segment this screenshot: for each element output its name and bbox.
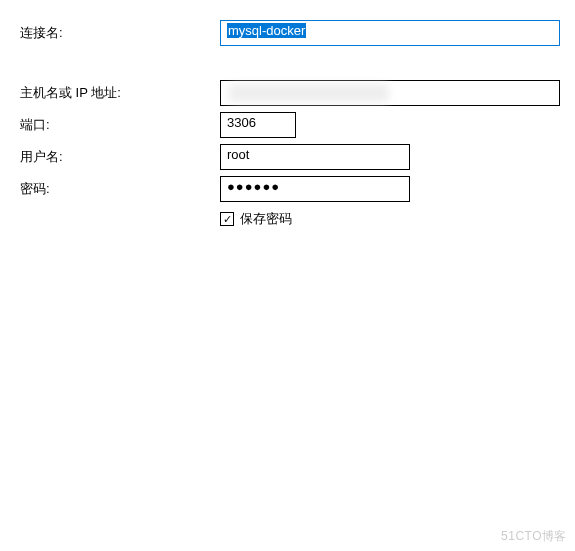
checkbox-save-password[interactable]: ✓ [220,212,234,226]
row-username: 用户名: root [20,144,565,170]
label-host: 主机名或 IP 地址: [20,84,220,102]
watermark-text: 51CTO博客 [501,529,567,543]
connection-form: 连接名: mysql-docker 主机名或 IP 地址: 端口: 3306 用… [20,20,565,228]
row-port: 端口: 3306 [20,112,565,138]
input-port-value: 3306 [227,115,256,130]
row-connection-name: 连接名: mysql-docker [20,20,565,46]
input-username[interactable]: root [220,144,410,170]
input-port[interactable]: 3306 [220,112,296,138]
label-connection-name: 连接名: [20,24,220,42]
watermark: 51CTO博客 [501,528,567,545]
row-password: 密码: ●●●●●● [20,176,565,202]
input-password-mask: ●●●●●● [227,179,280,194]
input-host[interactable] [220,80,560,106]
label-password: 密码: [20,180,220,198]
label-username: 用户名: [20,148,220,166]
host-redaction [229,84,389,102]
row-save-password: ✓ 保存密码 [220,210,565,228]
check-icon: ✓ [223,214,232,225]
row-host: 主机名或 IP 地址: [20,80,565,106]
label-save-password: 保存密码 [240,210,292,228]
input-username-value: root [227,147,249,162]
input-password[interactable]: ●●●●●● [220,176,410,202]
input-connection-name-value: mysql-docker [227,23,306,38]
input-connection-name[interactable]: mysql-docker [220,20,560,46]
label-port: 端口: [20,116,220,134]
